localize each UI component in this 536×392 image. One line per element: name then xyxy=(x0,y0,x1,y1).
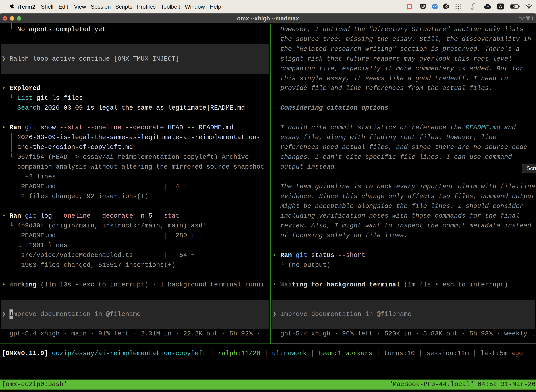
svg-text:..61: ..61 xyxy=(486,6,489,9)
